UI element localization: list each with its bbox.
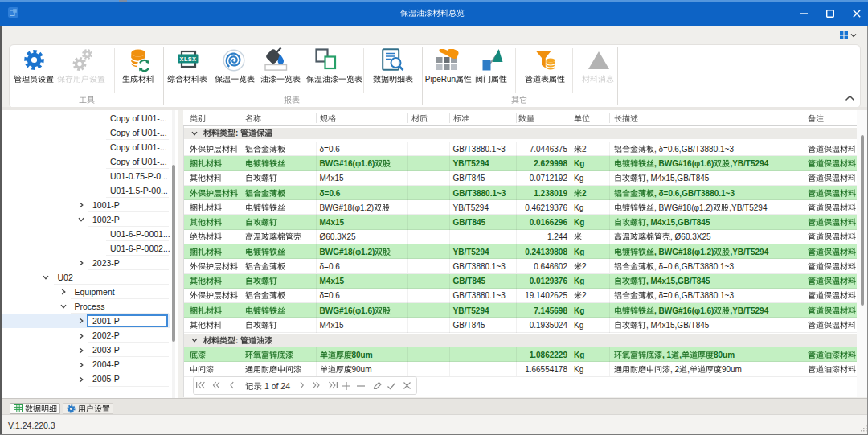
svg-text:XLSX: XLSX	[180, 55, 197, 63]
